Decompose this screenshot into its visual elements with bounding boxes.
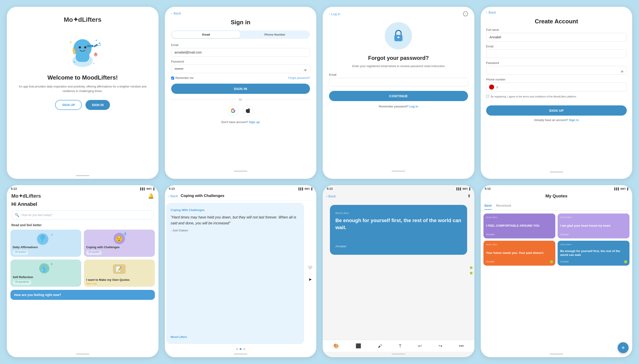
signin-submit-button[interactable]: SIGN IN <box>171 84 310 94</box>
email-input[interactable] <box>171 48 310 57</box>
challenge-screen: 5:13 ▌▌▌ WiFi ▐ ‹ Back Coping with Chall… <box>165 185 317 357</box>
qt-user-2: Annabel <box>560 233 627 236</box>
reflection-card-title: Self Reflection <box>11 274 81 280</box>
share-button[interactable]: ➤ <box>306 276 314 284</box>
svg-point-5 <box>77 48 79 51</box>
login-link[interactable]: Log in <box>409 105 418 108</box>
quote-text: "Hard times may have held you down, but … <box>171 214 300 226</box>
tab-phone[interactable]: Phone Number <box>241 31 309 38</box>
layout-icon[interactable]: ⬛ <box>356 343 361 348</box>
remember-me-label[interactable]: Remember me <box>171 76 193 80</box>
svg-text:📝: 📝 <box>116 266 122 272</box>
heart-button[interactable]: 🤍 <box>306 264 314 272</box>
quote-item-2[interactable]: Mood Lifters I am glad your heart found … <box>558 214 629 238</box>
home-indicator <box>392 354 405 354</box>
create-eye-icon[interactable]: 👁 <box>620 70 624 74</box>
dot-nav-1[interactable] <box>470 266 473 269</box>
create-signup-button[interactable]: SIGN UP <box>486 106 627 116</box>
svg-text:💧: 💧 <box>40 266 47 272</box>
tab-email[interactable]: Email <box>172 31 241 38</box>
battery-icon: ▐ <box>153 188 154 190</box>
terms-checkbox[interactable] <box>486 95 489 98</box>
dot-nav-2[interactable] <box>470 272 473 274</box>
qt-text-1: I FEEL COMFORTABLE AROUND YOU <box>486 224 553 228</box>
signin-title: Sign in <box>171 19 310 26</box>
qt-brand-3: Mood Lifters <box>486 244 553 246</box>
create-password-input[interactable] <box>486 66 627 74</box>
bottom-banner[interactable]: How are you feeling right now? <box>11 290 155 300</box>
greeting: Hi Annabel <box>7 201 159 210</box>
quote-item-4[interactable]: Mood Lifters Be enough for yourself firs… <box>558 241 629 266</box>
home-indicator <box>392 171 405 172</box>
app-logo: Mo✦dLifters <box>64 16 101 23</box>
time-label: 5:13 <box>485 187 491 190</box>
fullname-input[interactable] <box>486 33 627 42</box>
google-signin-button[interactable] <box>228 106 238 116</box>
search-placeholder: How do you feel today? <box>22 213 52 217</box>
country-select[interactable]: ∨ <box>486 82 627 92</box>
create-back-nav[interactable]: ‹ Back <box>486 10 627 14</box>
text-icon[interactable]: T <box>399 343 402 348</box>
apple-signin-button[interactable] <box>243 106 253 116</box>
back-chevron-icon: ‹ <box>169 194 170 198</box>
back-label: Back <box>489 10 496 14</box>
login-nav[interactable]: ‹ Log in <box>329 12 340 16</box>
create-password-label: Password <box>486 61 627 64</box>
qt-user-1: Annabel <box>486 233 553 236</box>
eye-icon[interactable]: 👁 <box>304 68 307 72</box>
remember-checkbox[interactable] <box>171 76 174 80</box>
notification-bell-icon[interactable]: 🔔 <box>148 193 154 199</box>
quote-author: - Joel Osteen <box>171 229 300 232</box>
continue-button[interactable]: CONTINUE <box>329 91 468 101</box>
signup-button[interactable]: SIGN UP <box>55 100 82 110</box>
redo-icon[interactable]: ↪ <box>439 343 442 348</box>
share-icon[interactable]: ⬆ <box>467 194 471 198</box>
undo-icon[interactable]: ↩ <box>418 343 422 348</box>
category-reflection[interactable]: 💧 ✦ Self Reflection 10 questions <box>11 260 81 287</box>
qt-brand-4: Mood Lifters <box>560 244 627 246</box>
color-wheel-icon[interactable]: 🎨 <box>333 343 339 348</box>
back-label: Back <box>171 194 178 198</box>
svg-text:💧: 💧 <box>39 236 45 242</box>
qt-user-3: Annabel <box>486 260 553 263</box>
time-label: 5:13 <box>169 187 175 190</box>
back-nav[interactable]: ‹ Back <box>171 11 310 15</box>
category-own-quotes[interactable]: 📝 I want to Make my Own Quotes Start now <box>84 260 155 287</box>
qt-dot-4 <box>624 260 627 263</box>
tab-sent[interactable]: Sent <box>484 202 492 210</box>
remember-password-text: Remember password? Log in <box>329 105 468 108</box>
signin-link[interactable]: Sign in <box>569 118 579 122</box>
welcome-screen: Mo✦dLifters <box>7 7 159 179</box>
category-coping[interactable]: 😟 💧 Coping with Challenges 20 quotes <box>84 230 155 257</box>
home-logo: Mo✦dLifters <box>11 193 41 199</box>
add-quote-fab-button[interactable]: + <box>618 342 628 353</box>
info-icon[interactable]: i <box>463 11 468 16</box>
home-indicator <box>550 354 563 354</box>
coping-card-title: Coping with Challenges <box>84 244 155 250</box>
more-icon[interactable]: ••• <box>459 343 464 348</box>
home-indicator <box>234 354 247 354</box>
svg-text:✦: ✦ <box>51 233 53 236</box>
search-bar[interactable]: 🔍 How do you feel today? <box>11 210 154 220</box>
home-indicator <box>234 171 247 172</box>
quote-item-1[interactable]: Mood Lifters I FEEL COMFORTABLE AROUND Y… <box>483 214 555 238</box>
forgot-password-link[interactable]: Forgot password? <box>288 76 310 80</box>
signup-here-link[interactable]: Sign up <box>249 120 260 124</box>
svg-point-4 <box>84 46 86 48</box>
signin-button[interactable]: SIGN IN <box>86 100 110 110</box>
svg-rect-7 <box>87 45 94 47</box>
brush-icon[interactable]: 🖌 <box>378 343 382 348</box>
qt-brand: Mood Lifters <box>486 216 553 218</box>
svg-point-2 <box>74 39 92 57</box>
password-input[interactable] <box>171 64 310 73</box>
challenge-back-nav[interactable]: ‹ Back <box>169 194 178 198</box>
svg-text:✦: ✦ <box>95 38 98 42</box>
create-email-input[interactable] <box>486 50 627 58</box>
coping-card-count: 20 quotes <box>86 250 102 255</box>
forgot-email-input[interactable] <box>329 78 468 86</box>
quote-item-3[interactable]: Mood Lifters Your future needs you. Your… <box>483 241 555 266</box>
email-label: Email <box>171 43 310 47</box>
category-daily-affirmations[interactable]: 💧 ✦ Daily Affirmations 20 quotes <box>11 230 81 257</box>
tab-received[interactable]: Received <box>496 202 511 210</box>
quote-view-back-nav[interactable]: ‹ Back <box>326 194 336 198</box>
